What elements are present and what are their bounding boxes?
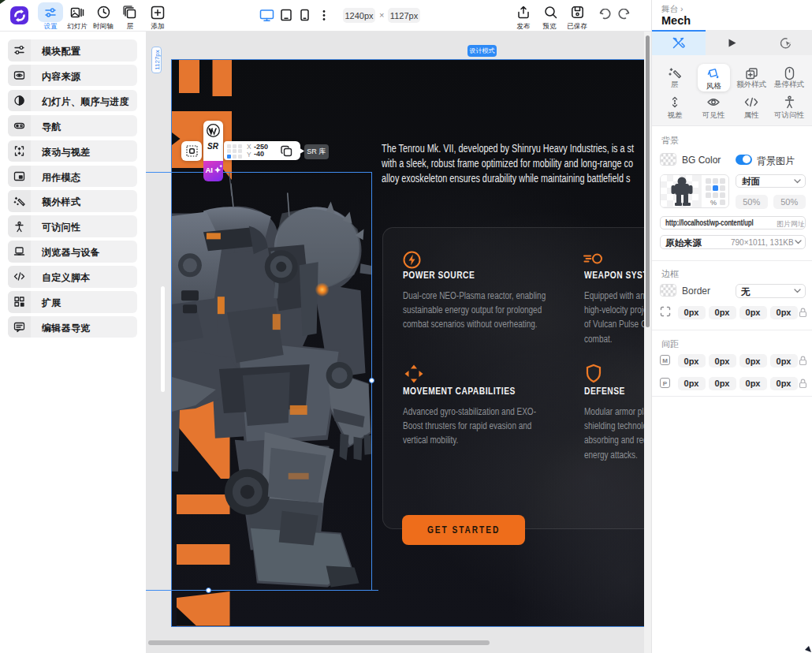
svg-text:1127px: 1127px (153, 50, 160, 70)
